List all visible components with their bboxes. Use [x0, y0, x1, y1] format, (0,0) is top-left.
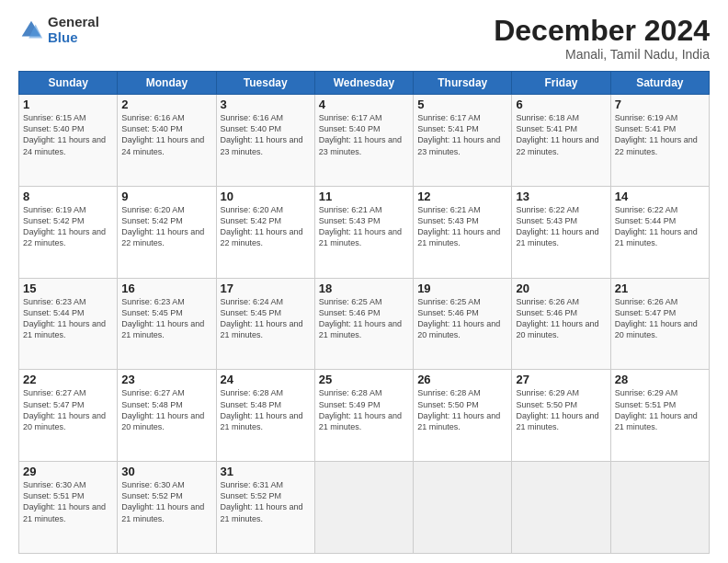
header: General Blue December 2024 Manali, Tamil… — [18, 15, 710, 62]
calendar-body: 1 Sunrise: 6:15 AM Sunset: 5:40 PM Dayli… — [19, 95, 710, 554]
day-info: Sunrise: 6:26 AM Sunset: 5:47 PM Dayligh… — [615, 296, 705, 341]
calendar-page: General Blue December 2024 Manali, Tamil… — [0, 0, 728, 563]
day-number: 31 — [221, 465, 311, 478]
header-saturday: Saturday — [610, 72, 709, 95]
day-info: Sunrise: 6:28 AM Sunset: 5:50 PM Dayligh… — [417, 387, 507, 432]
calendar-cell: 3 Sunrise: 6:16 AM Sunset: 5:40 PM Dayli… — [216, 95, 314, 187]
calendar-week-row: 8 Sunrise: 6:19 AM Sunset: 5:42 PM Dayli… — [19, 186, 710, 278]
day-info: Sunrise: 6:17 AM Sunset: 5:41 PM Dayligh… — [417, 112, 507, 157]
day-info: Sunrise: 6:23 AM Sunset: 5:45 PM Dayligh… — [121, 296, 211, 341]
day-number: 15 — [23, 282, 113, 295]
day-number: 3 — [221, 98, 311, 111]
day-info: Sunrise: 6:15 AM Sunset: 5:40 PM Dayligh… — [23, 112, 113, 157]
logo-blue: Blue — [48, 30, 99, 46]
day-number: 30 — [121, 465, 211, 478]
calendar-week-row: 1 Sunrise: 6:15 AM Sunset: 5:40 PM Dayli… — [19, 95, 710, 187]
header-tuesday: Tuesday — [216, 72, 314, 95]
day-number: 10 — [221, 190, 311, 203]
day-info: Sunrise: 6:27 AM Sunset: 5:48 PM Dayligh… — [121, 387, 211, 432]
calendar-cell — [314, 462, 413, 554]
day-info: Sunrise: 6:30 AM Sunset: 5:51 PM Dayligh… — [23, 479, 113, 524]
logo-text: General Blue — [48, 15, 99, 45]
day-number: 26 — [417, 373, 507, 386]
day-number: 19 — [417, 282, 507, 295]
day-number: 21 — [615, 282, 705, 295]
day-info: Sunrise: 6:22 AM Sunset: 5:44 PM Dayligh… — [615, 204, 705, 249]
day-number: 9 — [121, 190, 211, 203]
calendar-cell: 24 Sunrise: 6:28 AM Sunset: 5:48 PM Dayl… — [216, 370, 314, 462]
calendar-cell: 13 Sunrise: 6:22 AM Sunset: 5:43 PM Dayl… — [512, 186, 610, 278]
day-number: 22 — [23, 373, 113, 386]
calendar-cell: 25 Sunrise: 6:28 AM Sunset: 5:49 PM Dayl… — [314, 370, 413, 462]
calendar-cell: 22 Sunrise: 6:27 AM Sunset: 5:47 PM Dayl… — [19, 370, 118, 462]
day-info: Sunrise: 6:21 AM Sunset: 5:43 PM Dayligh… — [417, 204, 507, 249]
calendar-cell: 7 Sunrise: 6:19 AM Sunset: 5:41 PM Dayli… — [610, 95, 709, 187]
day-info: Sunrise: 6:25 AM Sunset: 5:46 PM Dayligh… — [417, 296, 507, 341]
day-number: 17 — [221, 282, 311, 295]
day-number: 6 — [516, 98, 606, 111]
day-info: Sunrise: 6:16 AM Sunset: 5:40 PM Dayligh… — [221, 112, 311, 157]
calendar-table: Sunday Monday Tuesday Wednesday Thursday… — [18, 71, 710, 554]
day-number: 25 — [319, 373, 409, 386]
calendar-cell: 12 Sunrise: 6:21 AM Sunset: 5:43 PM Dayl… — [414, 186, 512, 278]
day-info: Sunrise: 6:23 AM Sunset: 5:44 PM Dayligh… — [23, 296, 113, 341]
calendar-cell: 30 Sunrise: 6:30 AM Sunset: 5:52 PM Dayl… — [118, 462, 216, 554]
header-monday: Monday — [118, 72, 216, 95]
day-number: 29 — [23, 465, 113, 478]
calendar-cell — [414, 462, 512, 554]
calendar-cell: 26 Sunrise: 6:28 AM Sunset: 5:50 PM Dayl… — [414, 370, 512, 462]
calendar-cell: 20 Sunrise: 6:26 AM Sunset: 5:46 PM Dayl… — [512, 278, 610, 370]
calendar-cell: 14 Sunrise: 6:22 AM Sunset: 5:44 PM Dayl… — [610, 186, 709, 278]
day-number: 20 — [516, 282, 606, 295]
title-block: December 2024 Manali, Tamil Nadu, India — [494, 15, 710, 62]
calendar-header: Sunday Monday Tuesday Wednesday Thursday… — [19, 72, 710, 95]
day-info: Sunrise: 6:25 AM Sunset: 5:46 PM Dayligh… — [319, 296, 409, 341]
day-info: Sunrise: 6:21 AM Sunset: 5:43 PM Dayligh… — [319, 204, 409, 249]
day-info: Sunrise: 6:26 AM Sunset: 5:46 PM Dayligh… — [516, 296, 606, 341]
calendar-cell: 6 Sunrise: 6:18 AM Sunset: 5:41 PM Dayli… — [512, 95, 610, 187]
day-number: 1 — [23, 98, 113, 111]
day-number: 23 — [121, 373, 211, 386]
day-number: 8 — [23, 190, 113, 203]
day-info: Sunrise: 6:24 AM Sunset: 5:45 PM Dayligh… — [221, 296, 311, 341]
day-number: 24 — [221, 373, 311, 386]
day-number: 2 — [121, 98, 211, 111]
day-number: 28 — [615, 373, 705, 386]
day-info: Sunrise: 6:20 AM Sunset: 5:42 PM Dayligh… — [221, 204, 311, 249]
day-info: Sunrise: 6:19 AM Sunset: 5:41 PM Dayligh… — [615, 112, 705, 157]
day-number: 12 — [417, 190, 507, 203]
day-info: Sunrise: 6:19 AM Sunset: 5:42 PM Dayligh… — [23, 204, 113, 249]
calendar-cell: 2 Sunrise: 6:16 AM Sunset: 5:40 PM Dayli… — [118, 95, 216, 187]
day-info: Sunrise: 6:30 AM Sunset: 5:52 PM Dayligh… — [121, 479, 211, 524]
logo-icon — [18, 17, 44, 43]
header-wednesday: Wednesday — [314, 72, 413, 95]
day-number: 18 — [319, 282, 409, 295]
calendar-cell: 21 Sunrise: 6:26 AM Sunset: 5:47 PM Dayl… — [610, 278, 709, 370]
day-info: Sunrise: 6:31 AM Sunset: 5:52 PM Dayligh… — [221, 479, 311, 524]
calendar-cell: 29 Sunrise: 6:30 AM Sunset: 5:51 PM Dayl… — [19, 462, 118, 554]
calendar-cell: 15 Sunrise: 6:23 AM Sunset: 5:44 PM Dayl… — [19, 278, 118, 370]
day-number: 4 — [319, 98, 409, 111]
day-info: Sunrise: 6:22 AM Sunset: 5:43 PM Dayligh… — [516, 204, 606, 249]
calendar-cell: 19 Sunrise: 6:25 AM Sunset: 5:46 PM Dayl… — [414, 278, 512, 370]
calendar-cell: 10 Sunrise: 6:20 AM Sunset: 5:42 PM Dayl… — [216, 186, 314, 278]
calendar-cell: 11 Sunrise: 6:21 AM Sunset: 5:43 PM Dayl… — [314, 186, 413, 278]
day-number: 16 — [121, 282, 211, 295]
location: Manali, Tamil Nadu, India — [494, 47, 710, 62]
day-number: 13 — [516, 190, 606, 203]
header-thursday: Thursday — [414, 72, 512, 95]
calendar-cell: 23 Sunrise: 6:27 AM Sunset: 5:48 PM Dayl… — [118, 370, 216, 462]
calendar-cell: 8 Sunrise: 6:19 AM Sunset: 5:42 PM Dayli… — [19, 186, 118, 278]
calendar-cell: 31 Sunrise: 6:31 AM Sunset: 5:52 PM Dayl… — [216, 462, 314, 554]
logo-general: General — [48, 15, 99, 30]
calendar-cell: 5 Sunrise: 6:17 AM Sunset: 5:41 PM Dayli… — [414, 95, 512, 187]
day-info: Sunrise: 6:27 AM Sunset: 5:47 PM Dayligh… — [23, 387, 113, 432]
header-row: Sunday Monday Tuesday Wednesday Thursday… — [19, 72, 710, 95]
calendar-cell — [610, 462, 709, 554]
calendar-week-row: 29 Sunrise: 6:30 AM Sunset: 5:51 PM Dayl… — [19, 462, 710, 554]
day-number: 5 — [417, 98, 507, 111]
day-number: 7 — [615, 98, 705, 111]
day-number: 14 — [615, 190, 705, 203]
day-info: Sunrise: 6:17 AM Sunset: 5:40 PM Dayligh… — [319, 112, 409, 157]
header-sunday: Sunday — [19, 72, 118, 95]
